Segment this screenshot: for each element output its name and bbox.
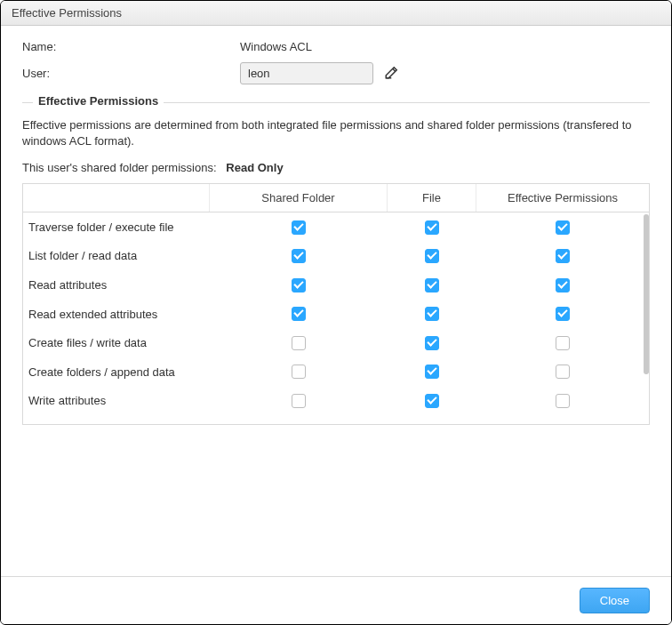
permissions-table: Shared Folder File Effective Permissions… [22, 183, 650, 425]
permission-name: Create folders / append data [23, 362, 210, 382]
table-row: Write attributes [23, 386, 649, 415]
permission-name: List folder / read data [23, 245, 210, 266]
effective-checkbox [556, 249, 570, 263]
table-row: Traverse folder / execute file [23, 212, 649, 242]
effective-permissions-section: Effective Permissions Effective permissi… [22, 102, 650, 576]
header-name [23, 184, 210, 212]
file-checkbox [425, 278, 439, 292]
file-checkbox-cell [388, 303, 476, 325]
shared-folder-checkbox-cell [210, 216, 388, 238]
file-checkbox [425, 394, 439, 408]
effective-checkbox-cell [476, 216, 649, 238]
edit-user-button[interactable] [382, 64, 402, 84]
name-label: Name: [22, 40, 240, 53]
user-row: User: [22, 62, 650, 84]
shared-folder-checkbox-cell [210, 389, 388, 412]
name-value: Windows ACL [240, 40, 312, 53]
effective-checkbox-cell [476, 274, 649, 296]
edit-icon [384, 64, 400, 83]
table-row: Read attributes [23, 270, 649, 300]
permission-name: Create files / write data [23, 333, 210, 353]
effective-checkbox [556, 220, 570, 235]
dialog-content: Name: Windows ACL User: Effective Permis… [1, 26, 671, 576]
shared-folder-permissions-line: This user's shared folder permissions: R… [22, 161, 650, 174]
scrollbar-thumb[interactable] [644, 214, 649, 374]
table-row: Read extended attributes [23, 300, 649, 329]
table-header: Shared Folder File Effective Permissions [23, 184, 649, 212]
dialog-footer: Close [1, 576, 671, 624]
effective-checkbox-cell [476, 389, 649, 412]
shared-folder-checkbox [292, 336, 306, 350]
file-checkbox-cell [388, 332, 476, 354]
shared-folder-checkbox [292, 307, 306, 321]
effective-checkbox [556, 365, 570, 379]
effective-checkbox-cell [476, 361, 649, 383]
effective-checkbox [556, 307, 570, 321]
header-effective: Effective Permissions [476, 184, 649, 212]
close-button[interactable]: Close [580, 588, 650, 613]
table-row: Create folders / append data [23, 357, 649, 387]
effective-checkbox [556, 336, 570, 350]
shared-folder-checkbox-cell [210, 245, 388, 268]
file-checkbox [425, 220, 439, 235]
table-row: Create files / write data [23, 328, 649, 357]
permission-name: Traverse folder / execute file [23, 217, 210, 237]
effective-checkbox [556, 394, 570, 408]
table-row: List folder / read data [23, 242, 649, 271]
file-checkbox-cell [388, 389, 476, 412]
file-checkbox [425, 336, 439, 350]
dialog-window: Effective Permissions Name: Windows ACL … [0, 0, 672, 625]
file-checkbox-cell [388, 274, 476, 296]
effective-checkbox-cell [476, 245, 649, 268]
shared-folder-checkbox [292, 365, 306, 379]
file-checkbox-cell [388, 216, 476, 238]
name-row: Name: Windows ACL [22, 40, 650, 53]
user-input[interactable] [240, 62, 373, 84]
header-file: File [388, 184, 476, 212]
file-checkbox [425, 307, 439, 321]
effective-checkbox-cell [476, 303, 649, 325]
header-shared-folder: Shared Folder [210, 184, 388, 212]
shared-folder-checkbox-cell [210, 361, 388, 383]
shared-folder-checkbox-cell [210, 274, 388, 296]
shared-folder-checkbox [292, 249, 306, 263]
shared-folder-checkbox [292, 394, 306, 408]
shared-folder-checkbox [292, 278, 306, 292]
section-legend: Effective Permissions [33, 94, 164, 108]
titlebar: Effective Permissions [1, 1, 671, 26]
shared-folder-checkbox-cell [210, 332, 388, 354]
effective-checkbox [556, 278, 570, 292]
file-checkbox [425, 365, 439, 379]
perm-prefix: This user's shared folder permissions: [22, 161, 217, 174]
effective-checkbox-cell [476, 332, 649, 354]
file-checkbox-cell [388, 245, 476, 268]
shared-folder-checkbox-cell [210, 303, 388, 325]
section-description: Effective permissions are determined fro… [22, 117, 650, 148]
user-label: User: [22, 67, 240, 80]
window-title: Effective Permissions [12, 6, 122, 20]
table-body[interactable]: Traverse folder / execute fileList folde… [23, 212, 649, 424]
shared-folder-checkbox [292, 220, 306, 235]
file-checkbox-cell [388, 361, 476, 383]
permission-name: Write attributes [23, 390, 210, 411]
permission-name: Read extended attributes [23, 304, 210, 325]
permission-name: Read attributes [23, 275, 210, 295]
perm-value: Read Only [226, 161, 283, 174]
file-checkbox [425, 249, 439, 263]
